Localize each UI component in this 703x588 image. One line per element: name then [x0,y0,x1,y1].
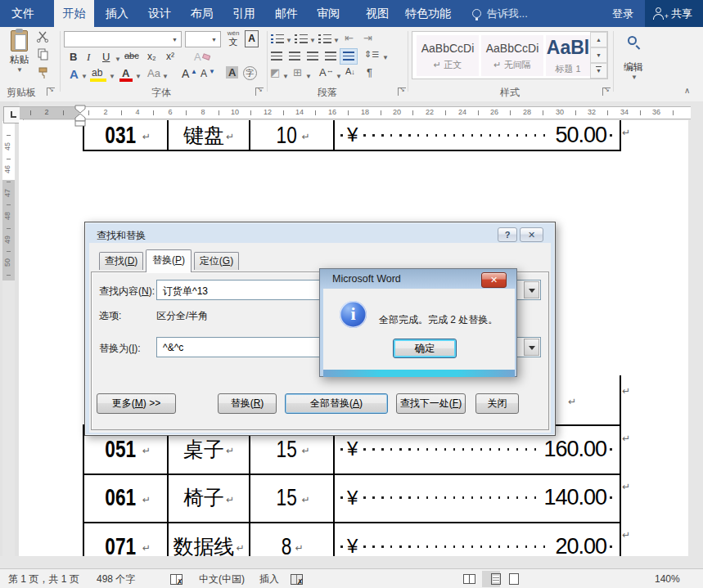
styles-scroll-down[interactable]: ▼ [590,47,607,63]
bullets-button[interactable] [271,34,284,43]
replace-all-button[interactable]: 全部替换(A) [285,393,388,414]
align-left-button[interactable] [271,52,282,61]
msgbox-close-button[interactable]: ✕ [481,272,507,288]
styles-dialog-launcher-icon[interactable] [602,88,611,96]
dialog-close-button[interactable]: ✕ [520,227,543,242]
sign-in-button[interactable]: 登录 [612,0,633,27]
tab-mailings[interactable]: 邮件 [268,0,304,27]
change-case-button[interactable]: Aa [147,67,160,79]
phonetic-guide-button[interactable]: wén 文 [224,29,242,49]
grow-font-button[interactable]: A [182,67,189,80]
paste-button[interactable]: 粘贴 ▼ [0,27,39,86]
word-count[interactable]: 498 个字 [97,572,135,586]
msgbox-content: i 全部完成。完成 2 处替换。 确定 [323,289,515,370]
tab-references[interactable]: 引用 [226,0,262,27]
font-name-combo[interactable]: ▼ [64,31,182,47]
style-no-spacing[interactable]: AaBbCcDi ↵ 无间隔 [481,35,543,76]
clipboard-dialog-launcher-icon[interactable] [47,88,55,96]
left-indent-marker[interactable] [75,121,85,126]
font-color-button[interactable]: A [122,67,129,79]
character-shading-button[interactable]: A [226,66,238,79]
align-center-button[interactable] [289,52,300,61]
macro-icon[interactable] [291,574,303,585]
asian-layout-button[interactable]: A↔ [319,66,334,79]
show-marks-button[interactable]: ¶ [367,66,372,79]
insert-mode[interactable]: 插入 [259,572,279,586]
horizontal-scrollbar[interactable] [0,556,703,568]
paragraph-dialog-launcher-icon[interactable] [398,88,406,96]
highlight-button[interactable]: ab [92,67,102,79]
dialog-help-button[interactable]: ? [498,227,517,242]
web-layout-button[interactable] [505,571,523,587]
collapse-ribbon-icon[interactable]: ∧ [684,86,690,95]
chevron-down-icon[interactable] [524,339,539,356]
tab-special-features[interactable]: 特色功能 [400,0,456,27]
hanging-indent-marker[interactable] [75,114,85,121]
bold-button[interactable]: B [70,51,77,63]
read-mode-button[interactable] [460,571,478,587]
subscript-button[interactable]: x₂ [147,51,156,62]
tab-review[interactable]: 审阅 [310,0,346,27]
shrink-font-button[interactable]: A [201,68,207,79]
borders-button[interactable]: ⊞ [293,66,302,79]
clear-formatting-button[interactable]: A [194,51,201,63]
character-border-button[interactable]: A [245,30,259,47]
increase-indent-button[interactable]: ⇥ [363,32,372,44]
superscript-button[interactable]: x² [166,51,174,62]
styles-group-label: 样式 [492,86,528,97]
multilevel-list-button[interactable] [318,34,331,43]
style-normal[interactable]: AaBbCcDi ↵ 正文 [417,35,479,76]
first-line-indent-marker[interactable] [75,105,85,113]
tab-goto[interactable]: 定位(G) [194,252,239,270]
style-heading1[interactable]: AaBl 标题 1 [546,35,590,76]
font-size-combo[interactable]: ▼ [185,31,221,47]
tab-design[interactable]: 设计 [142,0,178,27]
distributed-button[interactable] [340,48,358,65]
tab-insert[interactable]: 插入 [99,0,135,27]
line-spacing-button[interactable]: ⇕☰ [364,49,379,60]
font-dialog-launcher-icon[interactable] [255,88,264,96]
dot-leader [363,448,538,451]
spell-check-icon[interactable] [170,574,183,585]
share-button[interactable]: + 共享 [645,0,703,27]
tab-replace[interactable]: 替换(P) [146,249,192,272]
h-ruler-number: 32 [585,108,598,118]
underline-button[interactable]: U [102,51,110,63]
tab-file[interactable]: 文件 [5,0,41,27]
ok-button[interactable]: 确定 [393,339,457,358]
tab-view[interactable]: 视图 [359,0,395,27]
h-ruler-number: 8 [196,108,210,118]
more-button[interactable]: 更多(M) >> [97,393,176,414]
close-button[interactable]: 关闭 [475,393,519,414]
h-ruler-number: 4 [131,108,144,118]
strikethrough-button[interactable]: abc [124,51,139,61]
print-layout-button[interactable] [482,571,500,587]
zoom-percentage[interactable]: 140% [655,573,680,585]
shading-button[interactable]: ◩ [270,66,280,79]
tab-home[interactable]: 开始 [54,0,94,27]
edit-button[interactable]: 编辑 ▼ [616,29,651,83]
cut-icon[interactable] [36,31,49,43]
find-next-button[interactable]: 查找下一处(F) [396,393,466,414]
tab-layout[interactable]: 布局 [184,0,219,27]
align-right-button[interactable] [307,52,318,61]
replace-button[interactable]: 替换(R) [218,393,277,414]
decrease-indent-button[interactable]: ⇤ [345,32,354,44]
enclose-characters-button[interactable]: 字 [243,66,257,80]
chevron-down-icon[interactable] [524,281,539,298]
sort-button[interactable]: A↓ [345,66,355,76]
styles-scroll-up[interactable]: ▲ [590,32,607,47]
text-effects-button[interactable]: A [70,67,79,81]
justify-button[interactable] [325,52,336,61]
page-indicator[interactable]: 第 1 页，共 1 页 [8,572,79,586]
tell-me[interactable]: 告诉我... [472,0,528,27]
tab-find[interactable]: 查找(D) [99,252,143,270]
italic-button[interactable]: I [87,51,90,64]
language-indicator[interactable]: 中文(中国) [199,572,245,586]
table-row: 061↵ 椅子↵ 15↵ ¥140.00 [83,474,620,522]
copy-icon[interactable] [38,48,49,61]
numbering-button[interactable] [295,34,308,43]
cell-name: 椅子 [183,484,224,511]
format-painter-icon[interactable] [38,67,49,79]
styles-more[interactable]: ▼ [590,63,607,79]
